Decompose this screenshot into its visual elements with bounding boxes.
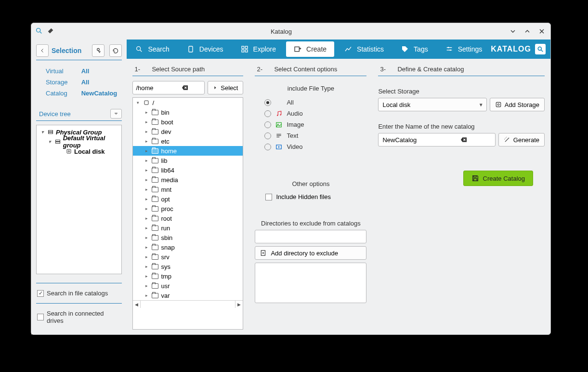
- svg-point-0: [37, 28, 40, 32]
- folder-item[interactable]: ▸dev: [133, 127, 243, 136]
- folder-item[interactable]: ▸snap: [133, 242, 243, 252]
- svg-point-13: [137, 47, 141, 51]
- device-tree-label: Device tree: [36, 110, 110, 118]
- folder-item[interactable]: ▸sbin: [133, 233, 243, 242]
- radio-icon: [264, 121, 271, 128]
- statistics-icon: [344, 45, 352, 53]
- svg-rect-50: [473, 176, 476, 177]
- path-input[interactable]: /home: [132, 81, 205, 94]
- step-title: Define & Create catalog: [397, 66, 464, 73]
- refresh-button[interactable]: [109, 44, 122, 57]
- folder-item[interactable]: ▸tmp: [133, 271, 243, 281]
- window-title: Katalog: [54, 28, 508, 35]
- virtual-value[interactable]: All: [73, 66, 121, 76]
- app-window: Katalog Selection VirtualAll StorageAll …: [31, 23, 551, 335]
- filetype-option-video[interactable]: Video: [255, 141, 366, 152]
- tab-create[interactable]: Create: [286, 41, 334, 57]
- storage-combo[interactable]: Local disk ▼: [378, 98, 486, 111]
- folder-item[interactable]: ▸mnt: [133, 185, 243, 194]
- folder-tree[interactable]: ▾/▸bin▸boot▸dev▸etc▸home▸lib▸lib64▸media…: [132, 97, 243, 330]
- svg-rect-31: [144, 101, 148, 105]
- tab-settings[interactable]: Settings: [437, 40, 491, 59]
- folder-item[interactable]: ▸lib: [133, 156, 243, 165]
- svg-rect-19: [245, 50, 248, 52]
- filter-button[interactable]: [92, 44, 105, 57]
- tree-virtual-group[interactable]: ▾ Default Virtual group: [37, 137, 121, 146]
- folder-item[interactable]: ▸proc: [133, 204, 243, 213]
- folder-item[interactable]: ▸srv: [133, 252, 243, 262]
- storage-value[interactable]: All: [73, 77, 121, 87]
- panel-source-path: 1-Select Source path /home Select ▾/▸bin…: [127, 59, 249, 334]
- svg-rect-8: [49, 133, 53, 134]
- folder-item[interactable]: ▸root: [133, 213, 243, 223]
- add-directory-button[interactable]: Add directory to exclude: [255, 246, 366, 260]
- filetype-option-audio[interactable]: Audio: [255, 108, 366, 119]
- device-tree-dropdown-button[interactable]: [110, 109, 122, 119]
- sidebar: Selection VirtualAll StorageAll CatalogN…: [31, 40, 127, 334]
- svg-rect-43: [496, 102, 500, 106]
- svg-rect-20: [295, 47, 299, 51]
- step-number: 2-: [257, 66, 265, 73]
- exclude-list[interactable]: [255, 263, 366, 303]
- folder-item[interactable]: ▸lib64: [133, 165, 243, 175]
- tab-explore[interactable]: Explore: [232, 40, 285, 59]
- svg-point-47: [505, 138, 506, 138]
- virtual-label: Virtual: [37, 66, 72, 76]
- filetype-option-image[interactable]: Image: [255, 119, 366, 130]
- tab-search[interactable]: Search: [127, 40, 178, 59]
- catalog-name-input[interactable]: NewCatalog: [378, 133, 495, 146]
- tab-devices[interactable]: Devices: [178, 40, 232, 59]
- app-icon: [35, 27, 43, 36]
- folder-item[interactable]: ▸sys: [133, 262, 243, 271]
- folder-item[interactable]: ▸home: [133, 146, 243, 156]
- step-title: Select Source path: [152, 66, 205, 73]
- folder-item[interactable]: ▸bin: [133, 107, 243, 117]
- brand: KATALOG: [491, 40, 550, 59]
- include-hidden-checkbox[interactable]: Include Hidden files: [255, 192, 366, 201]
- search-file-catalogs-checkbox[interactable]: Search in file catalogs: [37, 288, 122, 298]
- panel-content-options: 2-Select Content options include File Ty…: [249, 59, 372, 334]
- folder-item[interactable]: ▸boot: [133, 117, 243, 127]
- minimize-button[interactable]: [508, 27, 518, 36]
- clear-path-icon[interactable]: [169, 83, 201, 92]
- create-catalog-button[interactable]: Create Catalog: [463, 171, 533, 186]
- svg-point-24: [447, 47, 449, 48]
- tab-tags[interactable]: Tags: [392, 40, 437, 59]
- svg-line-14: [140, 50, 142, 52]
- svg-line-1: [40, 32, 41, 33]
- search-connected-drives-checkbox[interactable]: Search in connected drives: [37, 308, 122, 326]
- add-storage-button[interactable]: Add Storage: [490, 98, 545, 111]
- catalog-value[interactable]: NewCatalog: [73, 88, 121, 98]
- svg-rect-7: [49, 131, 53, 132]
- folder-item[interactable]: ▸media: [133, 175, 243, 185]
- tab-statistics[interactable]: Statistics: [336, 40, 392, 59]
- select-storage-label: Select Storage: [378, 88, 545, 95]
- audio-icon: [275, 110, 283, 117]
- maximize-button[interactable]: [523, 27, 532, 36]
- folder-item[interactable]: ▸opt: [133, 194, 243, 204]
- folder-item[interactable]: ▸run: [133, 223, 243, 233]
- close-button[interactable]: [537, 27, 547, 36]
- svg-line-28: [541, 50, 543, 52]
- clear-name-icon[interactable]: [437, 135, 491, 144]
- pin-icon[interactable]: [47, 27, 54, 36]
- folder-item[interactable]: ▸etc: [133, 136, 243, 146]
- device-tree[interactable]: ▾ Physical Group ▾ Default Virtual group…: [36, 125, 122, 274]
- svg-point-26: [449, 50, 451, 51]
- svg-point-12: [68, 151, 70, 152]
- svg-rect-16: [242, 46, 244, 49]
- filetype-option-all[interactable]: All: [255, 97, 366, 108]
- filetype-option-text[interactable]: Text: [255, 130, 366, 141]
- generate-button[interactable]: Generate: [498, 133, 545, 146]
- catalog-name-label: Enter the Name of the new catalog: [378, 123, 545, 130]
- horizontal-scrollbar[interactable]: ◀▶: [133, 300, 243, 308]
- folder-root[interactable]: ▾/: [133, 98, 243, 107]
- exclude-input[interactable]: [255, 230, 366, 243]
- image-icon: [275, 121, 283, 128]
- select-path-button[interactable]: Select: [208, 81, 243, 94]
- radio-icon: [264, 99, 271, 106]
- checkbox-icon: [37, 290, 44, 297]
- folder-item[interactable]: ▸var: [133, 291, 243, 300]
- back-button[interactable]: [36, 44, 49, 57]
- folder-item[interactable]: ▸usr: [133, 281, 243, 291]
